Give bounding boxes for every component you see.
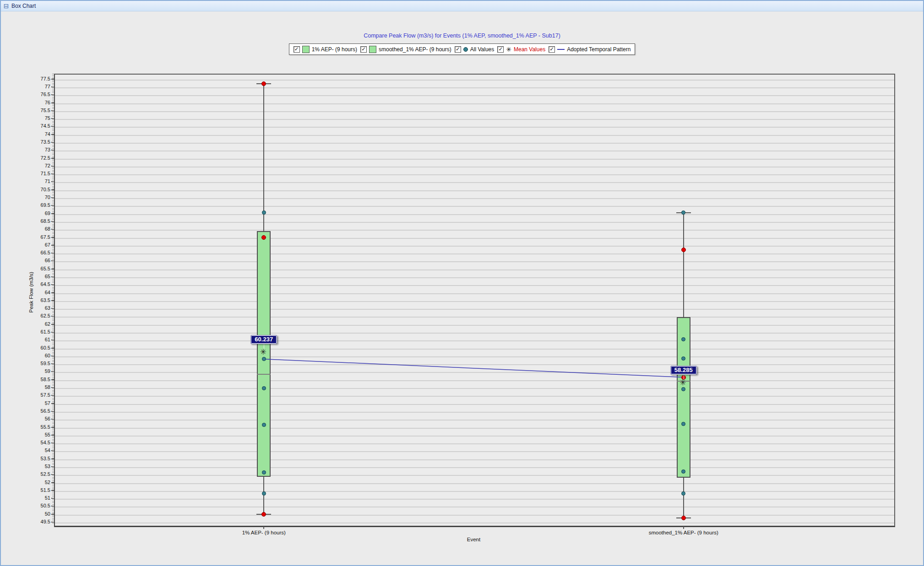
gridline xyxy=(55,349,894,350)
y-tick-label: 57 xyxy=(26,400,50,406)
gridline xyxy=(55,309,894,310)
legend-label: All Values xyxy=(470,46,494,53)
gridline xyxy=(55,119,894,120)
mean-marker: ✳ xyxy=(260,348,266,356)
gridline xyxy=(55,293,894,294)
gridline xyxy=(55,127,894,128)
gridline xyxy=(55,261,894,262)
legend-item-mean-values: ✓✳Mean Values xyxy=(497,46,545,53)
gridline xyxy=(55,301,894,302)
mean-value-badge: 58.285 xyxy=(670,366,697,375)
y-tick-label: 66.5 xyxy=(26,250,50,255)
y-tick-label: 70 xyxy=(26,194,50,200)
legend-checkbox[interactable]: ✓ xyxy=(294,46,300,53)
series-swatch-icon xyxy=(302,46,310,53)
gridline xyxy=(55,174,894,175)
gridline xyxy=(55,270,894,270)
y-tick-label: 63 xyxy=(26,305,50,311)
legend-item-1-aep-9-hours-: ✓1% AEP- (9 hours) xyxy=(294,46,357,53)
gridline xyxy=(55,167,894,167)
x-tick xyxy=(263,526,264,529)
gridline xyxy=(55,198,894,199)
gridline xyxy=(55,515,894,516)
red-value-point xyxy=(261,235,266,240)
median-line xyxy=(257,374,271,375)
legend-checkbox[interactable]: ✓ xyxy=(360,46,367,53)
gridline xyxy=(55,135,894,136)
all-values-point xyxy=(262,470,266,474)
gridline xyxy=(55,333,894,334)
whisker-lower xyxy=(263,477,264,514)
window-title: Box Chart xyxy=(11,3,36,9)
legend-checkbox[interactable]: ✓ xyxy=(549,46,555,53)
gridline xyxy=(55,388,894,389)
y-tick-label: 77 xyxy=(26,84,50,89)
legend-label: smoothed_1% AEP- (9 hours) xyxy=(379,46,451,53)
legend-checkbox[interactable]: ✓ xyxy=(497,46,504,53)
y-tick-label: 71.5 xyxy=(26,171,50,176)
y-tick-label: 73.5 xyxy=(26,139,50,145)
y-tick-label: 62 xyxy=(26,321,50,327)
y-tick-label: 68 xyxy=(26,226,50,232)
y-tick-label: 61 xyxy=(26,337,50,342)
y-tick-label: 67.5 xyxy=(26,234,50,240)
y-tick-label: 68.5 xyxy=(26,218,50,224)
gridline xyxy=(55,451,894,452)
gridline xyxy=(55,364,894,365)
gridline xyxy=(55,159,894,160)
legend-checkbox[interactable]: ✓ xyxy=(455,46,461,53)
y-tick-label: 51 xyxy=(26,495,50,501)
y-tick-label: 56.5 xyxy=(26,408,50,414)
gridline xyxy=(55,87,894,88)
mean-marker: ✳ xyxy=(679,379,686,387)
gridline xyxy=(55,182,894,183)
gridline xyxy=(55,285,894,286)
y-tick-label: 50.5 xyxy=(26,503,50,508)
y-tick-label: 74.5 xyxy=(26,123,50,129)
gridline xyxy=(55,475,894,476)
gridline xyxy=(55,206,894,207)
whisker-lower xyxy=(683,478,684,518)
collapse-icon[interactable]: ⊟ xyxy=(3,3,9,9)
gridline xyxy=(55,396,894,397)
gridline xyxy=(55,523,894,523)
legend: ✓1% AEP- (9 hours)✓smoothed_1% AEP- (9 h… xyxy=(289,43,636,55)
legend-label: Adopted Temporal Pattern xyxy=(567,46,630,53)
gridline xyxy=(55,103,894,104)
y-tick-label: 58 xyxy=(26,384,50,390)
y-tick-label: 51.5 xyxy=(26,487,50,493)
y-tick-label: 71 xyxy=(26,178,50,184)
gridline xyxy=(55,459,894,460)
gridline xyxy=(55,412,894,413)
y-tick-label: 56 xyxy=(26,416,50,421)
gridline xyxy=(55,372,894,373)
y-tick-label: 65 xyxy=(26,274,50,279)
y-tick-label: 62.5 xyxy=(26,313,50,318)
whisker-upper xyxy=(263,84,264,231)
y-tick-label: 73 xyxy=(26,147,50,152)
y-tick-label: 53.5 xyxy=(26,456,50,461)
y-minor-ticks xyxy=(52,74,54,525)
y-tick-label: 69 xyxy=(26,210,50,216)
y-tick-label: 63.5 xyxy=(26,297,50,303)
y-tick-label: 64.5 xyxy=(26,281,50,287)
gridline xyxy=(55,436,894,437)
y-tick-label: 74 xyxy=(26,131,50,137)
chart-title: Compare Peak Flow (m3/s) for Events (1% … xyxy=(1,32,923,39)
gridline xyxy=(55,499,894,500)
gridline xyxy=(55,214,894,215)
y-tick-label: 70.5 xyxy=(26,187,50,192)
all-values-point xyxy=(262,423,266,427)
gridline xyxy=(55,230,894,231)
y-tick-label: 54.5 xyxy=(26,440,50,445)
y-tick-label: 58.5 xyxy=(26,377,50,382)
gridline xyxy=(55,467,894,468)
y-tick-label: 77.5 xyxy=(26,76,50,81)
red-value-point xyxy=(681,248,686,252)
gridline xyxy=(55,190,894,191)
y-tick-label: 55 xyxy=(26,432,50,437)
series-swatch-icon xyxy=(369,46,376,53)
gridline xyxy=(55,222,894,223)
gridline xyxy=(55,483,894,484)
y-tick-label: 59 xyxy=(26,368,50,374)
